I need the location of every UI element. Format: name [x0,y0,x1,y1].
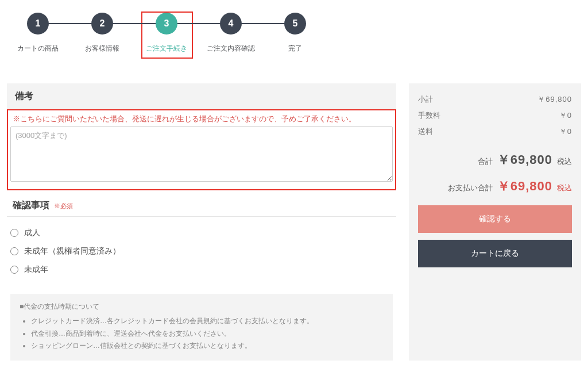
remarks-section: ※こちらにご質問いただいた場合、発送に遅れが生じる場合がございますので、予めご了… [7,109,396,190]
step-2[interactable]: 2 お客様情報 [70,13,134,53]
shipping-label: 送料 [418,126,433,137]
radio-label: 未成年（親権者同意済み） [24,246,121,256]
step-number: 5 [284,13,306,34]
payment-info-line: クレジットカード決済…各クレジットカード会社の会員規約に基づくお支払いとなります… [31,315,384,328]
remarks-heading: 備考 [7,83,396,109]
tax-included-label: 税込 [557,156,572,167]
step-3[interactable]: 3 ご注文手続き [134,13,199,53]
radio-icon [10,229,18,237]
step-number: 1 [27,13,49,34]
radio-icon [10,247,18,255]
radio-minor[interactable]: 未成年 [10,260,393,279]
payment-info-line: 代金引換…商品到着時に、運送会社へ代金をお支払いください。 [31,328,384,340]
step-label: ご注文内容確認 [207,44,255,53]
remarks-warning: ※こちらにご質問いただいた場合、発送に遅れが生じる場合がございますので、予めご了… [10,114,393,124]
step-number: 4 [220,13,242,34]
subtotal-label: 小計 [418,94,433,105]
payment-total-value: ￥69,800 [497,178,552,195]
payment-info-box: ■代金の支払時期について クレジットカード決済…各クレジットカード会社の会員規約… [10,294,393,361]
confirm-button[interactable]: 確認する [418,205,572,233]
step-label: お客様情報 [85,44,119,53]
step-4[interactable]: 4 ご注文内容確認 [199,13,263,53]
total-label: 合計 [478,156,493,167]
radio-icon [10,266,18,274]
total-value: ￥69,800 [497,151,552,168]
step-number: 2 [91,13,113,34]
payment-total-label: お支払い合計 [448,183,493,193]
fee-row: 手数料 ￥0 [418,108,572,124]
step-label: カートの商品 [17,44,59,53]
payment-total-row: お支払い合計 ￥69,800 税込 [418,173,572,205]
radio-label: 未成年 [24,264,48,275]
total-row: 合計 ￥69,800 税込 [418,140,572,173]
payment-info-line: ショッピングローン…信販会社との契約に基づくお支払いとなります。 [31,340,384,352]
subtotal-value: ￥69,800 [537,94,572,105]
step-number: 3 [156,13,177,34]
step-5[interactable]: 5 完了 [263,13,327,53]
order-summary: 小計 ￥69,800 手数料 ￥0 送料 ￥0 合計 ￥69,800 税込 お支… [409,83,581,361]
confirm-radio-group: 成人 未成年（親権者同意済み） 未成年 [7,217,396,286]
radio-label: 成人 [24,228,40,238]
back-to-cart-button[interactable]: カートに戻る [418,240,572,267]
payment-info-title: ■代金の支払時期について [20,302,384,312]
radio-minor-consented[interactable]: 未成年（親権者同意済み） [10,242,393,260]
confirm-heading-text: 確認事項 [13,200,49,210]
fee-label: 手数料 [418,110,440,121]
shipping-row: 送料 ￥0 [418,124,572,140]
subtotal-row: 小計 ￥69,800 [418,91,572,108]
required-badge: ※必須 [54,202,73,209]
remarks-input[interactable] [10,126,393,182]
tax-included-label: 税込 [557,183,572,193]
confirm-heading: 確認事項 ※必須 [7,190,396,217]
step-label: ご注文手続き [146,44,187,53]
shipping-value: ￥0 [559,126,572,137]
step-1[interactable]: 1 カートの商品 [6,13,70,53]
left-column: 備考 ※こちらにご質問いただいた場合、発送に遅れが生じる場合がございますので、予… [7,83,396,361]
radio-adult[interactable]: 成人 [10,224,393,242]
checkout-stepper: 1 カートの商品 2 お客様情報 3 ご注文手続き 4 ご注文内容確認 5 完了 [0,0,588,60]
step-label: 完了 [288,44,302,53]
fee-value: ￥0 [559,110,572,121]
